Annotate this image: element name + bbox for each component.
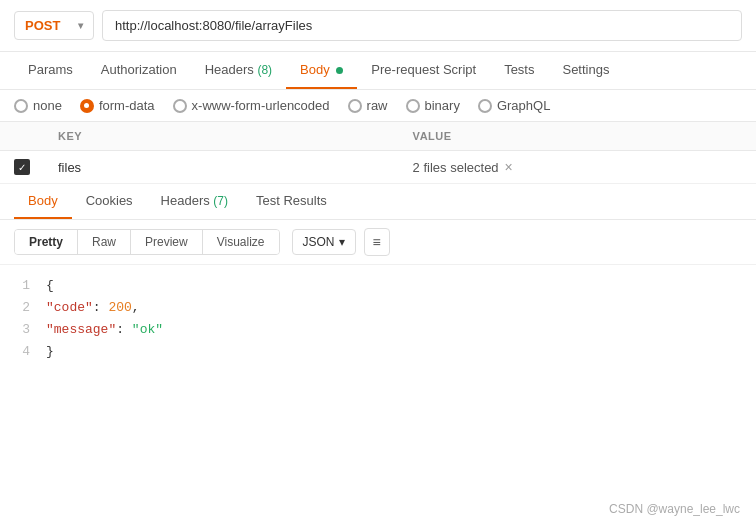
key-header: KEY <box>44 122 399 151</box>
table-row: files2 files selected× <box>0 151 756 184</box>
format-dropdown[interactable]: JSON ▾ <box>292 229 356 255</box>
form-table: KEY VALUE files2 files selected× <box>0 122 756 184</box>
format-tab-visualize[interactable]: Visualize <box>203 230 279 254</box>
line-number: 2 <box>14 297 30 319</box>
row-checkbox[interactable] <box>14 159 30 175</box>
form-data-radio <box>80 99 94 113</box>
code-line: 4} <box>14 341 742 363</box>
body-type-graphql[interactable]: GraphQL <box>478 98 550 113</box>
format-tab-raw[interactable]: Raw <box>78 230 131 254</box>
method-chevron: ▾ <box>78 20 83 31</box>
line-content: "code": 200, <box>46 297 742 319</box>
x-www-form-urlencoded-radio <box>173 99 187 113</box>
line-content: { <box>46 275 742 297</box>
clear-files-button[interactable]: × <box>505 160 513 174</box>
req-tab-pre-request-script[interactable]: Pre-request Script <box>357 52 490 89</box>
wrap-button[interactable]: ≡ <box>364 228 390 256</box>
body-type-row: noneform-datax-www-form-urlencodedrawbin… <box>0 90 756 122</box>
raw-radio <box>348 99 362 113</box>
body-type-binary[interactable]: binary <box>406 98 460 113</box>
url-input[interactable] <box>102 10 742 41</box>
req-tab-settings[interactable]: Settings <box>548 52 623 89</box>
resp-tab-body[interactable]: Body <box>14 184 72 219</box>
line-number: 4 <box>14 341 30 363</box>
request-tabs: ParamsAuthorizationHeaders (8)Body Pre-r… <box>0 52 756 90</box>
code-line: 1{ <box>14 275 742 297</box>
row-value: 2 files selected× <box>399 151 756 184</box>
line-number: 3 <box>14 319 30 341</box>
req-tab-body[interactable]: Body <box>286 52 357 89</box>
line-content: "message": "ok" <box>46 319 742 341</box>
response-tabs: BodyCookiesHeaders (7)Test Results <box>0 184 756 220</box>
line-content: } <box>46 341 742 363</box>
resp-tab-cookies[interactable]: Cookies <box>72 184 147 219</box>
format-tab-preview[interactable]: Preview <box>131 230 203 254</box>
binary-label: binary <box>425 98 460 113</box>
footer-text: CSDN @wayne_lee_lwc <box>609 502 740 516</box>
req-tab-params[interactable]: Params <box>14 52 87 89</box>
code-area: 1{2 "code": 200,3 "message": "ok"4} <box>0 265 756 373</box>
form-data-label: form-data <box>99 98 155 113</box>
req-tab-headers[interactable]: Headers (8) <box>191 52 286 89</box>
graphql-radio <box>478 99 492 113</box>
req-tab-tests[interactable]: Tests <box>490 52 548 89</box>
value-header: VALUE <box>399 122 756 151</box>
format-chevron: ▾ <box>339 235 345 249</box>
method-dropdown[interactable]: POST ▾ <box>14 11 94 40</box>
code-line: 3 "message": "ok" <box>14 319 742 341</box>
none-radio <box>14 99 28 113</box>
raw-label: raw <box>367 98 388 113</box>
code-line: 2 "code": 200, <box>14 297 742 319</box>
none-label: none <box>33 98 62 113</box>
body-type-none[interactable]: none <box>14 98 62 113</box>
body-type-raw[interactable]: raw <box>348 98 388 113</box>
resp-tab-test-results[interactable]: Test Results <box>242 184 341 219</box>
binary-radio <box>406 99 420 113</box>
x-www-form-urlencoded-label: x-www-form-urlencoded <box>192 98 330 113</box>
req-tab-authorization[interactable]: Authorization <box>87 52 191 89</box>
body-type-x-www-form-urlencoded[interactable]: x-www-form-urlencoded <box>173 98 330 113</box>
format-label: JSON <box>303 235 335 249</box>
body-type-form-data[interactable]: form-data <box>80 98 155 113</box>
top-bar: POST ▾ <box>0 0 756 52</box>
resp-tab-headers[interactable]: Headers (7) <box>147 184 242 219</box>
files-value-text: 2 files selected <box>413 160 499 175</box>
format-tab-pretty[interactable]: Pretty <box>15 230 78 254</box>
format-tabs: PrettyRawPreviewVisualize <box>14 229 280 255</box>
format-row: PrettyRawPreviewVisualize JSON ▾ ≡ <box>0 220 756 265</box>
graphql-label: GraphQL <box>497 98 550 113</box>
line-number: 1 <box>14 275 30 297</box>
method-label: POST <box>25 18 60 33</box>
row-key: files <box>44 151 399 184</box>
